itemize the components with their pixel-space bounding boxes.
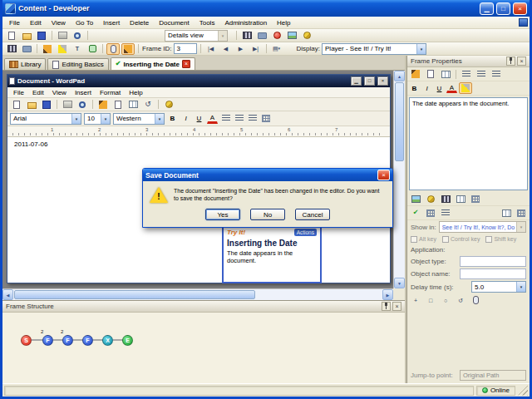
tab-close-button[interactable]: × (182, 60, 190, 68)
display-select[interactable]: Player - See It! / Try It! ▾ (322, 43, 426, 55)
style-button[interactable] (439, 207, 452, 219)
first-frame-button[interactable]: |◀ (204, 43, 218, 55)
frames-button[interactable] (5, 43, 18, 55)
frame-node-frame2[interactable]: F2 (62, 335, 73, 346)
wp-cut-button[interactable] (96, 99, 110, 111)
wp-bold-button[interactable]: B (167, 113, 178, 124)
capture-area-button[interactable]: + (409, 294, 422, 306)
note-underline-button[interactable]: U (434, 83, 445, 94)
menu-view[interactable]: View (47, 18, 71, 27)
wp-script-select[interactable]: Western ▾ (113, 113, 165, 125)
rectangle-region-button[interactable]: □ (424, 294, 437, 306)
record-button[interactable] (270, 30, 283, 42)
wp-print-button[interactable] (61, 99, 74, 111)
insert-image-button[interactable] (285, 30, 298, 42)
panel-close-button[interactable]: × (392, 302, 401, 311)
vertical-scroll-thumb[interactable] (395, 82, 404, 161)
ellipse-region-button[interactable]: ○ (439, 294, 452, 306)
wp-menu-edit[interactable]: Edit (28, 89, 48, 96)
wp-font-color-button[interactable]: A (207, 114, 218, 124)
wp-menu-format[interactable]: Format (96, 89, 125, 96)
shape-button[interactable] (86, 43, 99, 55)
note-cut-button[interactable] (409, 68, 422, 80)
note-bold-button[interactable]: B (409, 83, 420, 94)
note-italic-button[interactable]: I (421, 83, 432, 94)
menu-help[interactable]: Help (272, 18, 295, 27)
print-button[interactable] (56, 30, 69, 42)
editor-vertical-scrollbar[interactable]: ▲ ▼ (393, 71, 405, 288)
wordpad-maximize-button[interactable]: □ (364, 76, 375, 86)
wp-menu-view[interactable]: View (48, 89, 71, 96)
annotate-mode-toggle[interactable] (121, 43, 135, 55)
tab-library[interactable]: Library (4, 58, 46, 70)
wp-align-right-button[interactable] (247, 113, 258, 124)
scroll-left-button[interactable]: ◀ (2, 289, 13, 300)
wp-menu-help[interactable]: Help (125, 89, 146, 96)
scroll-up-button[interactable]: ▲ (394, 71, 405, 81)
frame-id-input[interactable]: 3 (174, 43, 197, 54)
pencil-button[interactable] (41, 43, 54, 55)
apply-button[interactable]: ✔ (409, 207, 422, 219)
wp-datetime-button[interactable] (162, 99, 175, 111)
menu-goto[interactable]: Go To (71, 18, 98, 27)
wp-bullets-button[interactable] (260, 113, 271, 124)
close-button[interactable]: × (513, 2, 527, 15)
cancel-button[interactable]: Cancel (295, 209, 330, 220)
note-copy-button[interactable] (424, 68, 437, 80)
preview-button[interactable] (240, 30, 254, 42)
insert-sound-button[interactable] (424, 193, 437, 204)
layout-button[interactable] (424, 207, 437, 219)
snapshot-button[interactable] (20, 43, 33, 55)
scroll-right-button[interactable]: ▶ (382, 289, 393, 300)
note-align-left-button[interactable] (460, 68, 473, 80)
view-mode-select[interactable]: Details view ▾ (165, 30, 228, 42)
no-button[interactable]: No (250, 209, 285, 220)
frame-node-start[interactable]: S (21, 335, 32, 346)
wp-open-button[interactable] (25, 99, 38, 111)
pick-region-button[interactable] (469, 294, 482, 306)
wp-save-button[interactable] (40, 99, 53, 111)
wp-font-select[interactable]: Arial ▾ (10, 113, 81, 125)
document-window-icon[interactable] (519, 18, 528, 27)
show-in-select[interactable]: See It! / Try It!, Know It?, Do It! ▾ (439, 221, 526, 233)
note-align-right-button[interactable] (490, 68, 503, 80)
maximize-button[interactable]: □ (496, 2, 510, 15)
menu-file[interactable]: File (4, 18, 25, 27)
wp-menu-insert[interactable]: Insert (71, 89, 96, 96)
wp-font-size-select[interactable]: 10 ▾ (84, 113, 111, 125)
insert-grid-button[interactable] (469, 193, 482, 204)
frame-node-frame1[interactable]: F2 (42, 335, 53, 346)
menu-delete[interactable]: Delete (125, 18, 154, 27)
reset-region-button[interactable]: ↺ (454, 294, 467, 306)
wp-preview-button[interactable] (76, 99, 89, 111)
frame-node-frame3[interactable]: F (82, 335, 93, 346)
capture-button[interactable] (255, 30, 268, 42)
panel-close-button[interactable]: × (517, 57, 526, 66)
text-tool-button[interactable]: T (71, 43, 84, 55)
note-highlight-toggle[interactable] (459, 82, 472, 94)
wp-copy-button[interactable] (111, 99, 125, 111)
frame-node-end[interactable]: E (122, 335, 133, 346)
menu-administration[interactable]: Administration (219, 18, 272, 27)
scroll-down-button[interactable]: ▼ (394, 278, 405, 288)
edit-mode-toggle[interactable] (106, 43, 120, 55)
horizontal-scroll-thumb[interactable] (14, 290, 255, 299)
wp-paste-button[interactable] (126, 99, 140, 111)
frame-list-button[interactable]: ▤▾ (270, 43, 283, 55)
wordpad-minimize-button[interactable]: ▁ (351, 76, 362, 86)
open-button[interactable] (20, 30, 33, 42)
wp-new-button[interactable] (10, 99, 23, 111)
wp-align-left-button[interactable] (220, 113, 231, 124)
wp-underline-button[interactable]: U (194, 113, 204, 124)
menu-edit[interactable]: Edit (25, 18, 47, 27)
wp-italic-button[interactable]: I (180, 113, 191, 124)
search-button[interactable] (71, 30, 84, 42)
actions-button[interactable]: Actions (294, 229, 317, 236)
last-frame-button[interactable]: ▶| (249, 43, 263, 55)
save-button[interactable] (35, 30, 48, 42)
insert-table-button[interactable] (454, 193, 467, 204)
new-button[interactable] (5, 30, 18, 42)
delay-time-select[interactable]: 5.0 ▾ (471, 281, 526, 293)
object-type-field[interactable] (460, 256, 526, 267)
panel-pin-button[interactable] (382, 302, 391, 311)
